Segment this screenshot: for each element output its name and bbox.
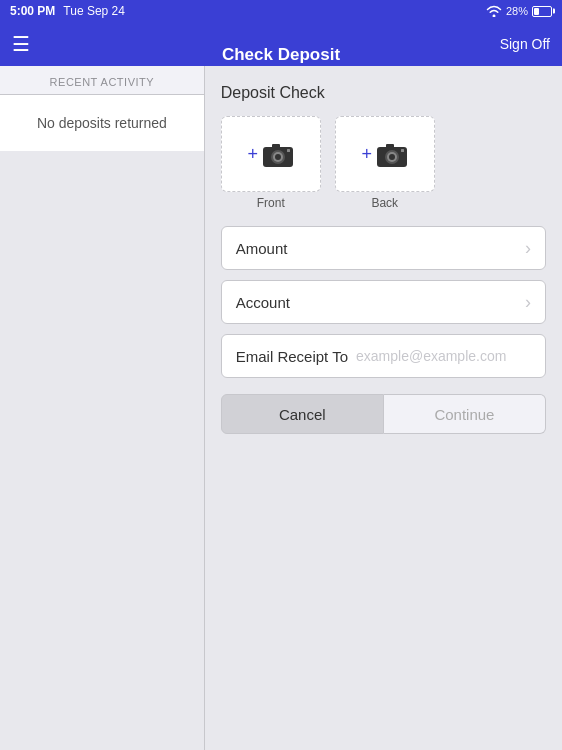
back-camera-icon — [376, 140, 408, 168]
battery-percent: 28% — [506, 5, 528, 17]
status-bar: 5:00 PM Tue Sep 24 28% — [0, 0, 562, 22]
battery-icon — [532, 6, 552, 17]
account-label: Account — [236, 294, 290, 311]
status-icons: 28% — [486, 5, 552, 17]
deposit-check-title: Deposit Check — [221, 84, 546, 102]
front-plus-icon: + — [247, 144, 258, 165]
svg-rect-10 — [386, 144, 394, 148]
email-receipt-label: Email Receipt To — [236, 348, 348, 365]
email-input[interactable] — [356, 348, 531, 364]
amount-label: Amount — [236, 240, 288, 257]
wifi-icon — [486, 5, 502, 17]
status-time: 5:00 PM — [10, 4, 55, 18]
no-deposits-message: No deposits returned — [0, 95, 204, 151]
account-field[interactable]: Account › — [221, 280, 546, 324]
left-panel: RECENT ACTIVITY No deposits returned — [0, 66, 205, 750]
svg-rect-11 — [401, 149, 404, 152]
amount-chevron-icon: › — [525, 238, 531, 259]
front-photo-container: + Front — [221, 116, 321, 210]
email-receipt-row: Email Receipt To — [221, 334, 546, 378]
cancel-button[interactable]: Cancel — [221, 394, 384, 434]
main-content: RECENT ACTIVITY No deposits returned Dep… — [0, 66, 562, 750]
svg-rect-5 — [287, 149, 290, 152]
back-plus-icon: + — [361, 144, 372, 165]
amount-field[interactable]: Amount › — [221, 226, 546, 270]
sign-off-button[interactable]: Sign Off — [500, 36, 550, 52]
svg-point-3 — [275, 154, 281, 160]
front-photo-button[interactable]: + — [221, 116, 321, 192]
back-photo-container: + Back — [335, 116, 435, 210]
button-row: Cancel Continue — [221, 394, 546, 434]
camera-row: + Front + — [221, 116, 546, 210]
front-camera-icon — [262, 140, 294, 168]
front-label: Front — [257, 196, 285, 210]
back-label: Back — [371, 196, 398, 210]
right-panel: Deposit Check + Front — [205, 66, 562, 750]
menu-icon[interactable]: ☰ — [12, 32, 30, 56]
svg-point-9 — [389, 154, 395, 160]
back-photo-button[interactable]: + — [335, 116, 435, 192]
page-title: Check Deposit — [222, 45, 340, 65]
app-header: ☰ Check Deposit Sign Off — [0, 22, 562, 66]
recent-activity-header: RECENT ACTIVITY — [0, 66, 204, 95]
svg-rect-4 — [272, 144, 280, 148]
continue-button[interactable]: Continue — [384, 394, 546, 434]
status-date: Tue Sep 24 — [63, 4, 125, 18]
account-chevron-icon: › — [525, 292, 531, 313]
